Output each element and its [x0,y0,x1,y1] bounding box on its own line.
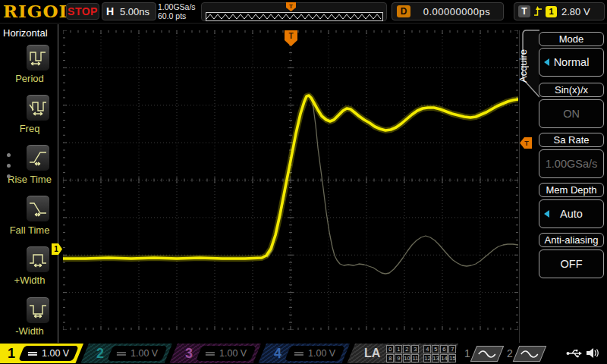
channel1-scale-box: 1.00 V [18,346,79,361]
channel4-status[interactable]: 4 1.00 V [266,344,350,363]
channel2-number: 2 [96,346,104,362]
page-indicator-dot [7,164,11,168]
la-channel-grid: 01234567 89101112131415 [386,345,461,362]
delay-value: 0.00000000ps [410,6,503,17]
svg-text:1: 1 [54,245,58,253]
channel1-number: 1 [8,346,15,362]
horizontal-label: H [106,5,114,17]
svg-text:T: T [289,3,293,10]
sample-rate-value: 1.00GSa/s [158,2,202,11]
left-arrow-icon [544,58,549,66]
source1-wave-box [470,346,504,362]
menu-label-sa-rate: Sa Rate [539,133,604,147]
softkey-mem-depth[interactable]: Auto [539,199,604,228]
plus-width-icon [28,251,48,268]
left-arrow-icon [544,210,549,218]
plus-width-label: +Width [0,275,59,286]
run-state-badge[interactable]: STOP [66,3,99,20]
rigol-logo: RIGOL [3,1,72,21]
page-indicator-dot [7,153,11,157]
channel4-number: 4 [274,346,281,362]
channel1-status[interactable]: 1 1.00 V [0,344,83,363]
trigger-position-marker[interactable]: T [285,30,297,47]
channel2-status[interactable]: 2 1.00 V [89,344,172,363]
freq-button[interactable] [26,94,50,121]
trigger-source-badge: 1 [546,6,557,17]
svg-text:T: T [288,32,293,40]
grid-lines [63,30,518,330]
rise-time-icon [28,149,48,166]
graticule [63,30,518,330]
trigger-readout-box[interactable]: T 1 2.80 V [514,2,605,20]
trigger-level-marker[interactable]: T [520,137,532,149]
softkey-anti-aliasing[interactable]: OFF [539,249,604,278]
dc-coupling-icon [117,350,126,357]
trigger-level-value: 2.80 V [561,6,590,17]
page-indicator-dot [7,174,11,178]
source1-indicator[interactable]: 1 [464,344,501,363]
delay-badge: D [397,5,410,17]
sample-rate-readout: 1.00GSa/s 60.0 pts [158,2,202,20]
menu-label-anti-aliasing: Anti-aliasing [539,233,604,247]
softkey-sinx[interactable]: ON [539,99,604,128]
waveform-preview-window [206,12,383,21]
bottom-status-bar: 1 1.00 V 2 1.00 V 3 [0,343,607,364]
sine-icon [521,349,539,358]
channel1-position-marker[interactable]: 1 [52,243,63,255]
horizontal-scale-value: 5.00ns [114,6,156,17]
menu-label-mem-depth: Mem Depth [539,183,604,197]
oscilloscope-screen: RIGOL STOP H 5.00ns 1.00GSa/s 60.0 pts T… [0,0,607,364]
rise-time-button[interactable] [26,144,50,171]
freq-icon [28,99,48,116]
svg-text:T: T [524,140,529,147]
dc-coupling-icon [206,350,215,357]
sine-icon [478,349,496,358]
softkey-sa-rate[interactable]: 1.00GSa/s [539,149,604,178]
menu-label-sinx: Sin(x)/x [539,83,604,97]
usb-icon [566,348,583,359]
left-menu-title: Horizontal [3,27,48,39]
fall-time-button[interactable] [26,195,50,222]
minus-width-button[interactable] [26,297,50,324]
plus-width-button[interactable] [26,246,50,273]
trigger-badge: T [518,5,530,17]
source2-wave-box [513,346,546,362]
dc-coupling-icon [28,350,37,357]
period-label: Period [0,73,59,84]
preview-zigzag-wave [206,14,381,19]
channel3-scale-box: 1.00 V [196,346,256,361]
minus-width-icon [28,302,48,318]
minus-width-label: -Width [0,325,59,337]
source2-indicator[interactable]: 2 [507,344,543,363]
la-label: LA [364,347,380,360]
left-menu-divider [58,24,58,343]
delay-readout-box[interactable]: D 0.00000000ps [392,2,504,20]
menu-label-mode: Mode [539,32,604,46]
period-icon [28,49,48,66]
preview-trigger-position-icon[interactable]: T [286,2,296,11]
speaker-icon[interactable] [584,347,599,359]
period-button[interactable] [26,44,50,71]
rising-edge-icon [533,5,543,17]
dc-coupling-icon [294,350,304,357]
channel3-status[interactable]: 3 1.00 V [178,344,261,363]
tab-acquire[interactable]: Acquire [517,36,531,96]
fall-time-icon [28,200,48,217]
channel3-number: 3 [185,346,193,362]
la-status[interactable]: LA 01234567 89101112131415 [355,344,458,363]
channel4-scale-box: 1.00 V [285,346,345,361]
softkey-mode[interactable]: Normal [539,48,604,77]
horizontal-scale-box[interactable]: H 5.00ns [102,2,156,20]
topbar-divider [0,23,607,24]
channel2-scale-box: 1.00 V [107,346,168,361]
freq-label: Freq [0,123,59,134]
memory-points-value: 60.0 pts [158,11,202,20]
fall-time-label: Fall Time [0,224,59,236]
